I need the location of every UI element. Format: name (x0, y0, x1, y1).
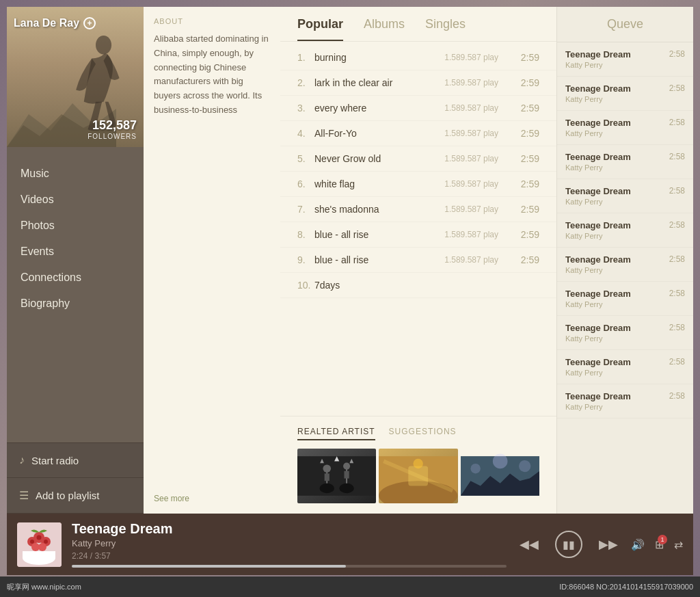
queue-item-artist: Katty Perry (565, 163, 664, 172)
watermark-bar: 昵享网 www.nipic.com ID:866048 NO:201410141… (0, 576, 700, 597)
list-item[interactable]: Teenage Dream Katty Perry 2:58 (557, 248, 693, 282)
table-row[interactable]: 3. every where 1.589.587 play 2:59 (280, 96, 556, 121)
related-image-2[interactable] (379, 449, 457, 503)
list-item[interactable]: Teenage Dream Katty Perry 2:58 (557, 179, 693, 213)
player-thumbnail (17, 522, 62, 567)
queue-item-title: Teenage Dream (565, 220, 664, 230)
sidebar-item-videos[interactable]: Videos (21, 187, 130, 213)
track-number: 1. (297, 52, 314, 63)
pause-button[interactable]: ▮▮ (555, 531, 582, 558)
table-row[interactable]: 7. she's madonna 1.589.587 play 2:59 (280, 197, 556, 222)
sidebar-item-biography[interactable]: Biography (21, 291, 130, 317)
crowd-svg-2 (461, 449, 539, 503)
prev-button[interactable]: ◀◀ (517, 534, 541, 555)
related-section: REALTED ARTIST SUGGESTIONS (280, 416, 556, 514)
list-item[interactable]: Teenage Dream Katty Perry 2:58 (557, 350, 693, 384)
table-row[interactable]: 5. Never Grow old 1.589.587 play 2:59 (280, 146, 556, 172)
svg-point-8 (339, 483, 354, 493)
list-item[interactable]: Teenage Dream Katty Perry 2:58 (557, 145, 693, 179)
sidebar-item-connections[interactable]: Connections (21, 265, 130, 291)
list-item[interactable]: Teenage Dream Katty Perry 2:58 (557, 111, 693, 145)
sidebar-item-music[interactable]: Music (21, 161, 130, 187)
track-name: she's madonna (314, 204, 444, 215)
related-image-3[interactable] (461, 449, 539, 503)
player-controls: ◀◀ ▮▮ ▶▶ (517, 531, 621, 558)
track-name: blue - all rise (314, 254, 444, 265)
track-number: 9. (297, 254, 314, 265)
related-image-1[interactable] (297, 449, 376, 503)
table-row[interactable]: 2. lark in the clear air 1.589.587 play … (280, 70, 556, 96)
track-duration: 2:59 (519, 229, 539, 240)
list-item[interactable]: Teenage Dream Katty Perry 2:58 (557, 42, 693, 77)
volume-button[interactable]: 🔊 (631, 538, 645, 551)
track-plays: 1.589.587 play (444, 179, 498, 189)
list-item[interactable]: Teenage Dream Katty Perry 2:58 (557, 316, 693, 350)
add-playlist-label: Add to playlist (36, 490, 99, 501)
follow-button[interactable]: + (83, 17, 96, 29)
queue-item-duration: 2:58 (669, 49, 685, 59)
queue-item-artist: Katty Perry (565, 198, 664, 206)
about-text: Alibaba started dominating in China, sim… (154, 32, 270, 488)
list-item[interactable]: Teenage Dream Katty Perry 2:58 (557, 213, 693, 248)
queue-item-title: Teenage Dream (565, 186, 664, 196)
queue-item-title: Teenage Dream (565, 391, 664, 401)
track-name: every where (314, 103, 444, 114)
screen-button[interactable]: ⊞ 1 (655, 538, 664, 551)
table-row[interactable]: 1. burning 1.589.587 play 2:59 (280, 45, 556, 70)
queue-item-title: Teenage Dream (565, 323, 664, 333)
list-item[interactable]: Teenage Dream Katty Perry 2:58 (557, 77, 693, 111)
playlist-icon: ☰ (19, 489, 29, 502)
queue-item-info: Teenage Dream Katty Perry (565, 186, 664, 206)
track-duration: 2:59 (519, 153, 539, 164)
queue-panel: Queve Teenage Dream Katty Perry 2:58 Tee… (556, 7, 693, 514)
track-plays: 1.589.587 play (444, 129, 498, 138)
tab-singles[interactable]: Singles (425, 17, 466, 41)
player-time: 2:24 / 3:57 (72, 551, 507, 561)
table-row[interactable]: 9. blue - all rise 1.589.587 play 2:59 (280, 248, 556, 273)
svg-rect-28 (23, 551, 55, 558)
see-more-link[interactable]: See more (154, 494, 270, 503)
track-name: burning (314, 52, 444, 63)
track-duration: 2:59 (519, 128, 539, 139)
start-radio-button[interactable]: ♪ Start radio (7, 443, 144, 478)
list-item[interactable]: Teenage Dream Katty Perry 2:58 (557, 282, 693, 316)
table-row[interactable]: 8. blue - all rise 1.589.587 play 2:59 (280, 222, 556, 248)
track-duration: 2:59 (519, 52, 539, 63)
artist-name: Lana De Ray (14, 17, 79, 29)
queue-item-duration: 2:58 (669, 323, 685, 332)
sidebar-item-photos[interactable]: Photos (21, 213, 130, 239)
next-button[interactable]: ▶▶ (596, 534, 621, 555)
related-artist-tab[interactable]: REALTED ARTIST (297, 427, 375, 440)
about-section: ABOUT Alibaba started dominating in Chin… (144, 7, 280, 514)
top-area: Lana De Ray + 152,587 FOLLOWERS Music Vi… (7, 7, 693, 514)
suggestions-tab[interactable]: SUGGESTIONS (389, 427, 457, 440)
nav-menu: Music Videos Photos Events Connections B… (7, 147, 144, 442)
action-buttons: ♪ Start radio ☰ Add to playlist (7, 442, 144, 514)
shuffle-icon: ⇄ (674, 539, 683, 550)
related-img-warm (379, 449, 457, 503)
track-number: 8. (297, 229, 314, 240)
queue-item-artist: Katty Perry (565, 403, 664, 411)
shuffle-button[interactable]: ⇄ (674, 538, 683, 551)
queue-item-duration: 2:58 (669, 220, 685, 230)
track-name: All-For-Yo (314, 128, 444, 139)
svg-point-23 (493, 454, 508, 469)
list-item[interactable]: Teenage Dream Katty Perry 2:58 (557, 384, 693, 419)
sidebar-item-events[interactable]: Events (21, 239, 130, 265)
app-container: Lana De Ray + 152,587 FOLLOWERS Music Vi… (7, 7, 693, 575)
table-row[interactable]: 10. 7days (280, 273, 556, 298)
table-row[interactable]: 6. white flag 1.589.587 play 2:59 (280, 172, 556, 197)
track-number: 4. (297, 128, 314, 139)
table-row[interactable]: 4. All-For-Yo 1.589.587 play 2:59 (280, 121, 556, 146)
queue-item-title: Teenage Dream (565, 118, 664, 128)
add-to-playlist-button[interactable]: ☰ Add to playlist (7, 478, 144, 514)
artist-name-row: Lana De Ray + (14, 17, 96, 29)
track-number: 3. (297, 103, 314, 114)
concert-svg (297, 449, 376, 503)
tab-albums[interactable]: Albums (364, 17, 405, 41)
track-plays: 1.589.587 play (444, 204, 498, 214)
tab-popular[interactable]: Popular (297, 17, 343, 41)
svg-point-2 (96, 36, 111, 55)
start-radio-label: Start radio (31, 455, 79, 466)
progress-bar[interactable] (72, 565, 507, 568)
